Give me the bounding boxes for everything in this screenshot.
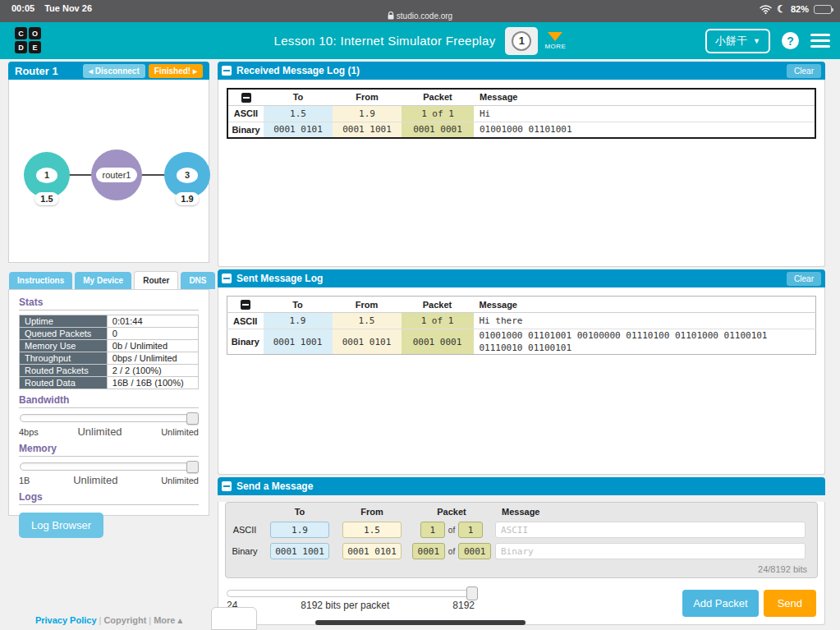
collapse-icon[interactable] — [222, 274, 232, 283]
binary-message: 01001000 01101001 — [474, 122, 815, 138]
collapse-icon[interactable] — [222, 481, 232, 491]
ascii-from: 1.5 — [333, 313, 402, 329]
disconnect-button[interactable]: ◂ Disconnect — [83, 64, 145, 78]
log-browser-button[interactable]: Log Browser — [19, 513, 103, 538]
send-message-panel: Send a Message To From Packet Message AS… — [218, 477, 825, 625]
user-menu-button[interactable]: 小餅干 ▼ — [705, 29, 770, 53]
add-packet-button[interactable]: Add Packet — [682, 590, 759, 617]
packet-size-slider[interactable] — [227, 590, 475, 597]
router-panel-header: Router 1 ◂ Disconnect Finished! ▸ — [8, 62, 209, 80]
tab-instructions[interactable]: Instructions — [9, 272, 72, 289]
more-dropdown[interactable]: MORE — [544, 32, 566, 50]
slider-track[interactable] — [227, 590, 475, 597]
sent-message-table[interactable]: To From Packet Message ASCII 1.9 1.5 1 o… — [227, 296, 816, 355]
send-message-body: To From Packet Message ASCII of Binary — [218, 502, 825, 625]
footer-links: Privacy Policy|Copyright|More ▴ — [8, 615, 209, 626]
binary-packet: 0001 0001 — [402, 329, 474, 355]
binary-packet-num-input[interactable] — [412, 543, 445, 559]
tab-my-device[interactable]: My Device — [75, 272, 131, 289]
received-message-table[interactable]: To From Packet Message ASCII 1.5 1.9 1 o… — [227, 88, 816, 139]
network-node-1[interactable]: 1 1.5 — [24, 152, 70, 198]
ascii-message-input[interactable] — [495, 522, 806, 538]
binary-packet-total-input[interactable] — [458, 543, 491, 559]
help-button[interactable]: ? — [782, 32, 799, 49]
slider-thumb[interactable] — [186, 412, 199, 425]
device-tabs-panel: Instructions My Device Router DNS Stats … — [8, 271, 209, 516]
binary-to-input[interactable] — [270, 543, 329, 559]
network-node-3[interactable]: 3 1.9 — [164, 152, 210, 198]
battery-icon — [814, 5, 832, 14]
left-sidebar: Router 1 ◂ Disconnect Finished! ▸ 1 1.5 … — [8, 62, 209, 516]
copyright-link[interactable]: Copyright — [103, 615, 146, 625]
of-label: of — [448, 547, 455, 556]
slider-track[interactable] — [20, 462, 198, 471]
collapse-icon[interactable] — [222, 66, 232, 76]
slider-track[interactable] — [20, 414, 198, 422]
table-row: ASCII 1.5 1.9 1 of 1 Hi — [227, 105, 815, 122]
ascii-to-input[interactable] — [270, 522, 329, 538]
table-header-row: To From Packet Message — [227, 297, 816, 313]
logs-heading: Logs — [19, 491, 199, 505]
network-node-router[interactable]: router1 — [91, 149, 142, 200]
clear-sent-button[interactable]: Clear — [787, 272, 821, 286]
of-label: of — [448, 526, 455, 535]
binary-message: 01001000 01101001 00100000 01110100 0110… — [474, 329, 816, 355]
binary-from-input[interactable] — [342, 543, 402, 559]
bits-counter: 24/8192 bits — [226, 562, 810, 575]
router-panel: Router 1 ◂ Disconnect Finished! ▸ 1 1.5 … — [8, 62, 209, 263]
slider-value: 8192 — [452, 600, 475, 611]
tab-dns[interactable]: DNS — [181, 272, 214, 289]
ascii-message: Hi — [474, 105, 815, 122]
lesson-title: Lesson 10: Internet Simulator Freeplay — [274, 34, 496, 48]
lock-icon — [388, 11, 394, 20]
node-address-badge: 1.5 — [34, 192, 58, 205]
bandwidth-min: 4bps — [19, 427, 39, 437]
send-button[interactable]: Send — [764, 590, 816, 617]
col-packet: Packet — [402, 297, 474, 313]
bandwidth-slider[interactable] — [20, 412, 198, 424]
received-log-panel: Received Message Log (1) Clear To From P… — [218, 62, 825, 267]
memory-current: Unlimited — [30, 474, 161, 486]
slider-thumb[interactable] — [186, 461, 199, 473]
slider-caption: 8192 bits per packet — [237, 600, 452, 611]
stage-progress-bubble[interactable]: 1 — [505, 27, 538, 55]
binary-packet: 0001 0001 — [402, 122, 474, 138]
wifi-icon — [760, 5, 772, 14]
ascii-message: Hi there — [474, 313, 816, 329]
clear-received-button[interactable]: Clear — [787, 64, 821, 78]
tab-router[interactable]: Router — [134, 271, 178, 289]
router-id-badge: router1 — [96, 168, 138, 182]
ascii-packet-total-input[interactable] — [458, 522, 483, 538]
memory-slider[interactable] — [20, 461, 198, 472]
ios-status-bar: 00:05 Tue Nov 26 studio.code.org ☾ 82% — [0, 0, 840, 22]
finished-button[interactable]: Finished! ▸ — [149, 64, 203, 78]
network-diagram: 1 1.5 router1 3 1.9 — [8, 80, 209, 263]
send-message-header: Send a Message — [218, 477, 825, 495]
collapse-row-icon[interactable] — [241, 300, 250, 310]
bandwidth-heading: Bandwidth — [19, 394, 199, 408]
collapse-row-icon[interactable] — [241, 93, 251, 103]
ascii-from-input[interactable] — [342, 522, 402, 538]
col-packet: Packet — [402, 89, 474, 105]
footer-popup-corner — [211, 607, 257, 630]
user-name: 小餅干 — [715, 34, 747, 48]
main-content: Received Message Log (1) Clear To From P… — [218, 62, 825, 619]
home-indicator[interactable] — [315, 620, 526, 625]
sent-log-panel: Sent Message Log Clear To From Packet Me… — [218, 269, 825, 475]
more-link[interactable]: More ▴ — [154, 615, 182, 625]
bandwidth-current: Unlimited — [39, 425, 161, 438]
ascii-packet: 1 of 1 — [402, 313, 474, 329]
privacy-policy-link[interactable]: Privacy Policy — [35, 615, 97, 625]
received-log-header: Received Message Log (1) Clear — [218, 62, 825, 80]
col-from: From — [333, 89, 402, 105]
ascii-packet-num-input[interactable] — [420, 522, 445, 538]
hamburger-menu-icon[interactable] — [810, 34, 830, 48]
slider-thumb[interactable] — [466, 586, 478, 600]
sent-log-header: Sent Message Log Clear — [218, 269, 825, 287]
do-not-disturb-moon-icon: ☾ — [777, 5, 786, 13]
table-row: Queued Packets0 — [20, 328, 199, 340]
binary-message-input[interactable] — [495, 543, 806, 559]
col-packet: Packet — [408, 505, 495, 519]
table-row: Binary 0001 1001 0001 0101 0001 0001 010… — [227, 329, 816, 355]
ascii-to: 1.9 — [264, 313, 333, 329]
